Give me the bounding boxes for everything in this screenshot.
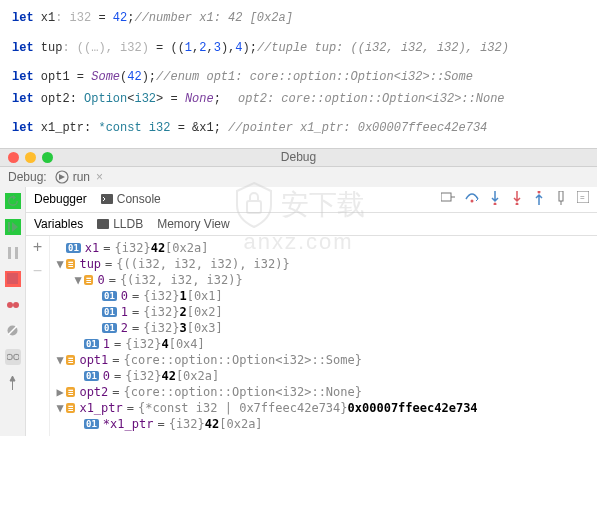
- chevron-down-icon[interactable]: ▼: [54, 353, 66, 367]
- evaluate-icon[interactable]: =: [577, 191, 589, 208]
- code-line: let opt1 = Some(42);//enum opt1: core::o…: [12, 67, 585, 89]
- code-editor: let x1: i32 = 42;//number x1: 42 [0x2a] …: [0, 0, 597, 148]
- var-row[interactable]: 01 1={i32} 2 [0x2]: [50, 304, 597, 320]
- svg-rect-20: [97, 219, 109, 229]
- svg-point-14: [494, 202, 497, 205]
- chevron-down-icon[interactable]: ▼: [54, 257, 66, 271]
- tab-variables[interactable]: Variables: [34, 217, 83, 231]
- chevron-right-icon[interactable]: ▶: [54, 385, 66, 399]
- var-row-opt2[interactable]: ▶ ≡ opt2={core::option::Option<i32>::Non…: [50, 384, 597, 400]
- debug-panel: Debug Debug: run × Debugger Console: [0, 148, 597, 436]
- tab-memory[interactable]: Memory View: [157, 217, 229, 231]
- remove-watch-icon[interactable]: −: [30, 264, 46, 280]
- tab-lldb[interactable]: LLDB: [97, 217, 143, 231]
- tab-debugger[interactable]: Debugger: [34, 192, 87, 206]
- stop-icon[interactable]: [5, 271, 21, 287]
- window-header: Debug: [0, 149, 597, 167]
- var-row-x1ptr[interactable]: ▼ ≡ x1_ptr={*const i32 | 0x7ffeec42e734}…: [50, 400, 597, 416]
- keyword: let: [12, 11, 34, 25]
- svg-point-15: [516, 202, 519, 205]
- var-row-tup[interactable]: ▼ ≡ tup={((i32, i32, i32), i32)}: [50, 256, 597, 272]
- var-row[interactable]: 01 1={i32} 4 [0x4]: [50, 336, 597, 352]
- code-line: let x1_ptr: *const i32 = &x1; //pointer …: [12, 118, 585, 140]
- chain-icon[interactable]: [5, 349, 21, 365]
- terminal-icon: [97, 219, 109, 229]
- svg-text:=: =: [580, 193, 585, 202]
- left-rail: [0, 187, 26, 436]
- step-into-icon[interactable]: [489, 191, 501, 208]
- svg-rect-1: [8, 222, 10, 232]
- run-to-cursor-icon[interactable]: [555, 191, 567, 208]
- tabs: Debugger Console =: [26, 187, 597, 213]
- svg-rect-12: [441, 193, 451, 201]
- svg-rect-2: [8, 247, 11, 259]
- subtabs: Variables LLDB Memory View: [26, 213, 597, 236]
- debug-label: Debug:: [8, 170, 47, 184]
- svg-rect-11: [101, 194, 113, 204]
- force-step-into-icon[interactable]: [511, 191, 523, 208]
- var-row-x1[interactable]: 01 x1={i32} 42 [0x2a]: [50, 240, 597, 256]
- vars-rail: + −: [26, 236, 50, 436]
- code-line: let x1: i32 = 42;//number x1: 42 [0x2a]: [12, 8, 585, 30]
- window-title: Debug: [281, 150, 316, 164]
- step-out-icon[interactable]: [533, 191, 545, 208]
- svg-point-13: [471, 199, 474, 202]
- svg-rect-3: [15, 247, 18, 259]
- close-icon[interactable]: ×: [96, 170, 103, 184]
- svg-rect-9: [7, 354, 12, 359]
- var-row[interactable]: ▼ ≡ 0={(i32, i32, i32)}: [50, 272, 597, 288]
- var-row[interactable]: 01 *x1_ptr={i32} 42 [0x2a]: [50, 416, 597, 432]
- code-line: let opt2: Option<i32> = None; opt2: core…: [12, 89, 585, 111]
- console-icon: [101, 194, 113, 204]
- show-exec-point-icon[interactable]: [441, 191, 455, 208]
- debug-header: Debug: run ×: [0, 167, 597, 187]
- rerun-icon[interactable]: [5, 193, 21, 209]
- var-row-opt1[interactable]: ▼ ≡ opt1={core::option::Option<i32>::Som…: [50, 352, 597, 368]
- variables-tree: 01 x1={i32} 42 [0x2a] ▼ ≡ tup={((i32, i3…: [50, 236, 597, 436]
- var-row[interactable]: 01 0={i32} 1 [0x1]: [50, 288, 597, 304]
- svg-rect-10: [13, 354, 18, 359]
- type-badge: 01: [66, 243, 81, 253]
- pause-icon[interactable]: [5, 245, 21, 261]
- svg-rect-17: [559, 191, 563, 201]
- traffic-lights: [8, 152, 53, 163]
- minimize-window-icon[interactable]: [25, 152, 36, 163]
- run-config[interactable]: run ×: [55, 170, 103, 184]
- var-row[interactable]: 01 0={i32} 42 [0x2a]: [50, 368, 597, 384]
- var-row[interactable]: 01 2={i32} 3 [0x3]: [50, 320, 597, 336]
- pin-icon[interactable]: [5, 375, 21, 391]
- chevron-down-icon[interactable]: ▼: [54, 401, 66, 415]
- type-badge: ≡: [66, 259, 75, 269]
- resume-icon[interactable]: [5, 219, 21, 235]
- step-over-icon[interactable]: [465, 191, 479, 208]
- maximize-window-icon[interactable]: [42, 152, 53, 163]
- close-window-icon[interactable]: [8, 152, 19, 163]
- mute-breakpoints-icon[interactable]: [5, 323, 21, 339]
- svg-rect-4: [7, 273, 18, 284]
- svg-point-5: [7, 302, 13, 308]
- svg-point-6: [13, 302, 19, 308]
- breakpoints-icon[interactable]: [5, 297, 21, 313]
- code-line: let tup: ((…), i32) = ((1,2,3),4);//tupl…: [12, 38, 585, 60]
- tab-console[interactable]: Console: [101, 192, 161, 206]
- chevron-down-icon[interactable]: ▼: [72, 273, 84, 287]
- add-watch-icon[interactable]: +: [30, 240, 46, 256]
- svg-point-16: [538, 191, 541, 194]
